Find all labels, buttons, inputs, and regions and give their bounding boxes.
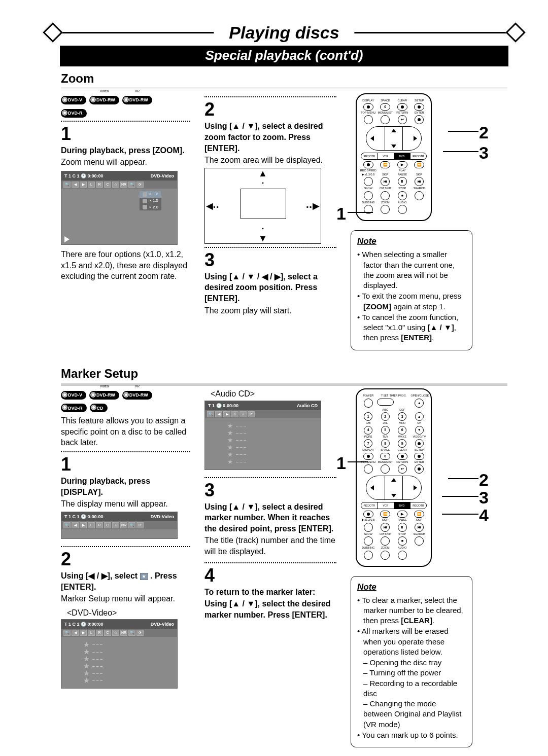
step-instruction: During playback, press [ZOOM]. [61,145,190,156]
osd-caption: <Audio CD> [211,388,336,400]
disc-badge: CD [90,404,108,412]
step-instruction: Using [▲ / ▼], select a desired zoom fac… [204,121,336,154]
zoom-col-3: DISPLAYSPACECLEARSETUP 0 TOP MENUMENU/LI… [351,93,472,350]
step-instruction: Using [◀ / ▶], select . Press [ENTER]. [61,570,190,592]
dpad [366,476,422,500]
note-item: All markers will be erased when you oper… [357,626,466,657]
zoom-note: Note When selecting a smaller factor tha… [351,230,472,350]
marker-osd-cd: T 1 🕘 0:00:00Audio CD 🔍◀▶C☆⟳ – – – – – –… [204,401,321,470]
note-item: When selecting a smaller factor than the… [357,249,466,291]
marker-note: Note To clear a marker, select the marke… [351,576,472,747]
step-instruction: To return to the marker later: [204,587,336,598]
step-number: 3 [204,481,336,499]
zoom-area-diagram: ▲▪ ▪▼ ◀▪▪ ▪▪▶ [204,168,321,244]
step-instruction: Using [▲ / ▼], select a desired marker n… [204,501,336,534]
step-instruction: During playback, press [DISPLAY]. [61,476,190,497]
zoom-col-2: 2 Using [▲ / ▼], select a desired zoom f… [204,93,336,317]
callout-num: 4 [479,504,489,527]
disc-badge: DVD-R [61,109,87,118]
note-item: To clear a marker, select the marker num… [357,595,466,626]
step-result: Zoom menu will appear. [61,157,190,168]
marker-col-1: DVD-V VideoDVD-RW VRDVD-RW DVD-R CD This… [61,388,190,689]
note-heading: Note [357,582,466,593]
step-result: Marker Setup menu will appear. [61,593,190,604]
chapter-banner: Playing discs [61,20,507,45]
note-subitem: Opening the disc tray [357,658,466,668]
play-icon [64,236,70,242]
disc-badge: DVD-V [61,96,86,104]
step-note: There are four options (x1.0, x1.2, x1.5… [61,249,190,282]
disc-badge: DVD-V [61,391,86,400]
step-instruction: Using [▲ / ▼], select the desired marker… [204,598,336,620]
marker-heading: Marker Setup [61,366,507,384]
note-subitem: Recording to a recordable disc [357,678,466,699]
osd-caption: <DVD-Video> [67,607,190,619]
zoom-osd: T 1 C 1 🕘 0:00:00DVD-Video 🔍◀▶LRC☆NR🔍⟳ ×… [61,171,178,245]
zoom-heading: Zoom [61,70,507,89]
marker-osd-dvd: T 1 C 1 🕘 0:00:00DVD-Video 🔍◀▶LRC☆NR🔍⟳ –… [61,619,178,689]
zoom-col-1: DVD-V VideoDVD-RW VRDVD-RW DVD-R 1 Durin… [61,93,190,282]
step-number: 2 [61,550,190,568]
disc-badge: DVD-RW [89,391,119,400]
step-result: The zoom area will be displayed. [204,155,336,166]
step-number: 1 [61,455,190,474]
remote-diagram-marker: POWERT-SET TIMER PROG.OPEN/CLOSE ▲ ABCDE… [356,388,432,567]
note-subitem: Turning off the power [357,668,466,678]
chapter-title: Playing discs [214,21,354,45]
step-result: The title (track) number and the time wi… [204,535,336,557]
note-item: You can mark up to 6 points. [357,730,466,740]
note-item: To cancel the zoom function, select "x1.… [357,312,466,343]
remote-diagram-zoom: DISPLAYSPACECLEARSETUP 0 TOP MENUMENU/LI… [356,93,432,221]
note-item: To exit the zoom menu, press [ZOOM] agai… [357,291,466,312]
callout-num: 2 [479,121,489,145]
section-title: Special playback (cont'd) [60,46,508,66]
disc-badge: DVD-R [61,404,87,412]
disc-badge: DVD-RW [89,96,119,104]
step-result: The display menu will appear. [61,498,190,510]
disc-badge: DVD-RW [122,391,152,400]
dpad [366,126,422,151]
step-result: The zoom play will start. [204,305,336,316]
callout-num: 3 [479,141,489,165]
step-number: 1 [61,125,190,143]
zoom-factor-menu: × 1.2 × 1.5 × 2.0 [139,191,162,211]
disc-badge: DVD-RW [122,96,152,104]
note-heading: Note [357,236,466,247]
step-instruction: Using [▲ / ▼ / ◀ / ▶], select a desired … [204,271,336,304]
marker-intro: This feature allows you to assign a spec… [61,415,190,448]
callout-num: 1 [336,452,346,475]
marker-col-2: <Audio CD> T 1 🕘 0:00:00Audio CD 🔍◀▶C☆⟳ … [204,388,336,621]
step-number: 2 [204,100,336,119]
step-number: 3 [204,251,336,269]
display-osd: T 1 C 1 🕘 0:00:00DVD-Video 🔍◀▶LRC☆NR🔍⟳ [61,512,178,539]
marker-icon [140,573,148,580]
marker-col-3: POWERT-SET TIMER PROG.OPEN/CLOSE ▲ ABCDE… [351,388,472,747]
callout-num: 1 [336,202,346,226]
step-number: 4 [204,566,336,585]
note-subitem: Changing the mode between Original and P… [357,699,466,730]
